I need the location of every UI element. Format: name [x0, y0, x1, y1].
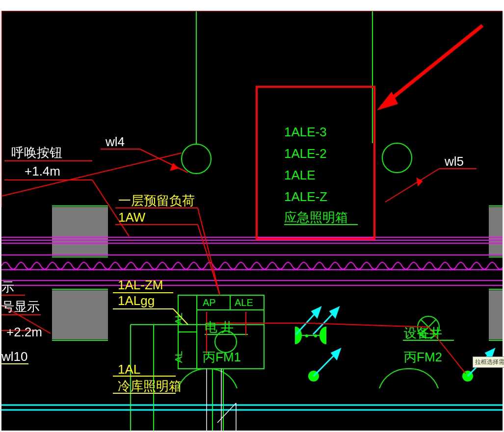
label-wl10: wl10 [1, 349, 27, 364]
label-1algg: 1ALgg [118, 293, 155, 308]
hl-line-4: 应急照明箱 [284, 210, 348, 225]
label-wl4: wl4 [105, 134, 125, 149]
label-elec-shaft: 电 井 [205, 320, 234, 334]
svg-point-14 [382, 143, 412, 173]
app-frame: AP ALE AL AL [0, 0, 504, 432]
svg-point-13 [182, 144, 211, 174]
hl-line-3: 1ALE-Z [284, 189, 327, 204]
svg-rect-3 [489, 290, 503, 339]
window-titlebar-area [0, 0, 504, 11]
label-fm1: 丙FM1 [203, 350, 241, 364]
label-h22: +2.2m [6, 325, 42, 339]
drawing-svg: AP ALE AL AL [1, 11, 503, 431]
svg-rect-2 [52, 290, 108, 339]
svg-marker-49 [332, 349, 340, 359]
label-fm2: 丙FM2 [404, 350, 442, 364]
label-ale: ALE [235, 297, 253, 308]
svg-line-63 [198, 208, 220, 295]
label-sig-disp: 号显示 [1, 299, 40, 314]
label-equip-shaft: 设备井 [404, 326, 442, 340]
label-1aw: 1AW [118, 210, 146, 225]
label-sig-suffix: 示 [1, 280, 14, 294]
white-layer [207, 369, 236, 431]
label-wl5: wl5 [444, 154, 464, 169]
hl-line-2: 1ALE [284, 168, 316, 182]
grey-columns [52, 207, 503, 339]
label-cold-storage: 冷库照明箱 [118, 379, 182, 393]
label-reserve-load: 一层预留负荷 [118, 193, 195, 208]
svg-line-88 [217, 403, 236, 423]
label-call-button: 呼唤按钮 [11, 145, 62, 160]
label-al2: AL [173, 351, 184, 363]
hl-line-1: 1ALE-2 [284, 146, 327, 161]
cad-canvas[interactable]: AP ALE AL AL [1, 11, 503, 431]
hl-line-0: 1ALE-3 [284, 125, 327, 139]
label-1al-zm: 1AL-ZM [118, 278, 163, 292]
svg-line-66 [385, 169, 439, 202]
svg-line-78 [382, 25, 482, 106]
hover-tooltip: 拉框选择需要提取 [473, 356, 504, 368]
svg-line-64 [198, 225, 220, 295]
label-call-height: +1.4m [25, 164, 60, 178]
label-1al: 1AL [118, 362, 140, 377]
svg-rect-1 [489, 207, 503, 256]
svg-rect-0 [52, 207, 108, 256]
label-ap: AP [203, 297, 216, 308]
highlight-text: 1ALE-3 1ALE-2 1ALE 1ALE-Z 应急照明箱 [284, 125, 358, 225]
